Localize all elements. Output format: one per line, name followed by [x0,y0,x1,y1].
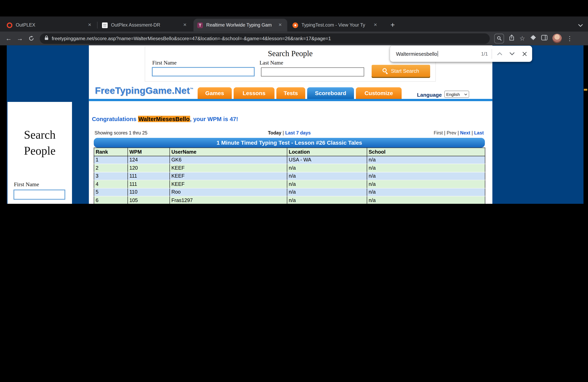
find-highlight: WalterMiesesBello [138,116,190,122]
col-header-location: Location [287,148,367,156]
prev-page-link[interactable]: Prev [447,131,456,136]
tab-title: OutPLEX [16,22,84,28]
cell-user: KEEF [169,180,287,188]
new-tab-button[interactable]: + [388,20,398,30]
find-in-page-icon[interactable] [494,34,504,43]
toolbar-actions: ☆ ⋮ [494,34,573,43]
chrome-menu-icon[interactable]: ⋮ [567,35,573,42]
cell-wpm: 111 [127,172,169,180]
find-query-input[interactable]: Waltermiesesbello [396,51,481,57]
tab-close-icon[interactable]: × [277,22,284,29]
nav-tab-scoreboard[interactable]: Scoreboard [307,87,354,99]
tab-close-icon[interactable]: × [182,22,189,29]
cell-location: n/a [287,172,367,180]
select-chevron-icon [464,93,467,95]
tab-separator [97,22,98,29]
cell-wpm: 111 [127,180,169,188]
cell-rank: 1 [94,156,128,164]
start-search-label: Start Search [391,68,419,74]
cell-rank: 6 [94,196,128,204]
first-name-input[interactable] [14,190,65,200]
cell-school: n/a [367,196,485,204]
cell-user: KEEF [169,164,287,172]
tab-typing-game-active[interactable]: Realtime Worlwide Typing Gam × [194,19,287,32]
cell-school: n/a [367,180,485,188]
cell-user: Fras1297 [169,196,287,204]
language-value: English [446,92,460,96]
nav-underline-bar [89,99,492,101]
today-link[interactable]: Today [268,131,281,136]
language-select[interactable]: English [444,91,469,98]
cell-school: n/a [367,156,485,164]
share-icon[interactable] [509,35,514,42]
cell-school: n/a [367,164,485,172]
language-label: Language [417,92,442,98]
find-next-icon[interactable] [506,48,518,60]
last-name-label: Last Name [260,59,283,66]
next-page-link[interactable]: Next [460,131,470,136]
find-match-count: 1/1 [481,51,488,57]
tab-close-icon[interactable]: × [86,22,93,29]
reload-icon[interactable] [26,33,37,44]
cell-wpm: 120 [127,164,169,172]
side-panel-icon[interactable] [541,35,547,42]
find-close-icon[interactable] [518,48,531,60]
cell-rank: 5 [94,188,128,196]
tab-title: OutPlex Assesment-DR [111,22,179,28]
profile-avatar[interactable] [552,34,562,43]
cell-wpm: 105 [127,196,169,204]
tab-close-icon[interactable]: × [372,22,379,29]
nav-tab-tests[interactable]: Tests [276,87,305,99]
cell-location: n/a [287,164,367,172]
last-page-link[interactable]: Last [474,131,484,136]
first-name-label: First Name [14,181,39,188]
extensions-puzzle-icon[interactable] [530,35,536,42]
col-header-rank: Rank [94,148,128,156]
find-previous-icon[interactable] [494,48,506,60]
table-row: 5110Roon/an/a [94,188,485,196]
cell-user: KEEF [169,172,287,180]
nav-tab-lessons[interactable]: Lessons [234,87,274,99]
tab-strip: OutPLEX × OutPlex Assesment-DR × Realtim… [0,17,588,32]
col-header-school: School [367,148,485,156]
first-name-label: First Name [152,59,177,66]
tab-typingtest[interactable]: TypingTest.com - View Your Ty × [289,19,383,32]
find-in-page-bar: Waltermiesesbello 1/1 [390,46,532,62]
forward-icon[interactable]: → [14,33,25,44]
table-row: 6105Fras1297n/an/a [94,196,485,204]
cell-wpm: 110 [127,188,169,196]
first-page-link[interactable]: First [434,131,443,136]
browser-toolbar: ← → freetypinggame.net/score.asp?name=Wa… [0,32,588,45]
bookmark-star-icon[interactable]: ☆ [519,35,525,41]
tab-search-chevron-icon[interactable] [578,22,583,29]
scrollbar-track[interactable] [584,45,588,204]
scoreboard-title: 1 Minute Timed Typing Test - Lesson #26 … [94,138,485,148]
cell-school: n/a [367,172,485,180]
site-nav: Games Lessons Tests Scoreboard Customize [198,87,402,99]
table-header-row: Rank WPM UserName Location School [94,148,485,156]
ad-heading: Search People [8,127,72,159]
tab-outplex-assessment[interactable]: OutPlex Assesment-DR × [98,19,192,32]
nav-tab-customize[interactable]: Customize [356,87,402,99]
tab-outplex[interactable]: OutPLEX × [3,19,97,32]
col-header-wpm: WPM [127,148,169,156]
address-bar[interactable]: freetypinggame.net/score.asp?name=Walter… [40,33,490,44]
col-header-username: UserName [169,148,287,156]
magnifier-icon [383,68,388,73]
last7days-link[interactable]: Last 7 days [285,131,311,136]
sidebar-search-people-ad: Search People First Name Last Name Start… [8,102,72,204]
cell-school: n/a [367,188,485,196]
tab-title: TypingTest.com - View Your Ty [302,22,370,28]
left-black-strip [0,45,7,204]
site-logo[interactable]: FreeTypingGame.Net™ [95,85,193,96]
find-divider [492,49,492,59]
last-name-input[interactable] [261,68,364,76]
first-name-input[interactable] [152,67,255,76]
nav-tab-games[interactable]: Games [198,87,232,99]
find-result-marker [584,89,587,91]
padlock-icon[interactable] [44,35,49,42]
back-icon[interactable]: ← [3,33,14,44]
main-column: Search People First Name Last Name Start… [89,45,492,204]
start-search-button[interactable]: Start Search [372,65,430,77]
url-text: freetypinggame.net/score.asp?name=Walter… [52,36,331,41]
